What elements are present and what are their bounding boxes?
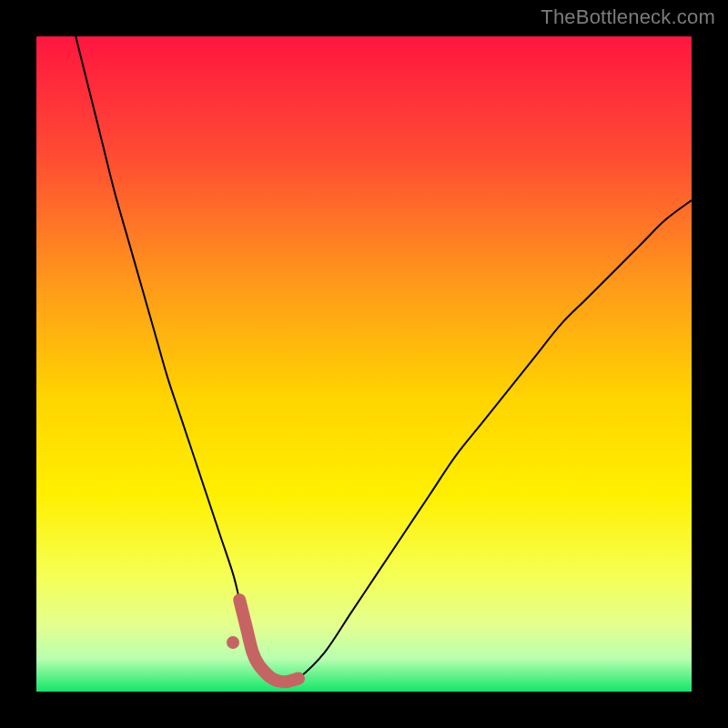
optimal-dot xyxy=(227,636,239,649)
plot-area xyxy=(36,36,692,692)
chart-frame: TheBottleneck.com xyxy=(0,0,728,728)
curve-layer xyxy=(36,36,692,692)
optimal-segment xyxy=(239,600,298,682)
watermark-text: TheBottleneck.com xyxy=(541,5,715,29)
bottleneck-curve xyxy=(76,36,692,685)
optimal-markers xyxy=(227,600,298,682)
